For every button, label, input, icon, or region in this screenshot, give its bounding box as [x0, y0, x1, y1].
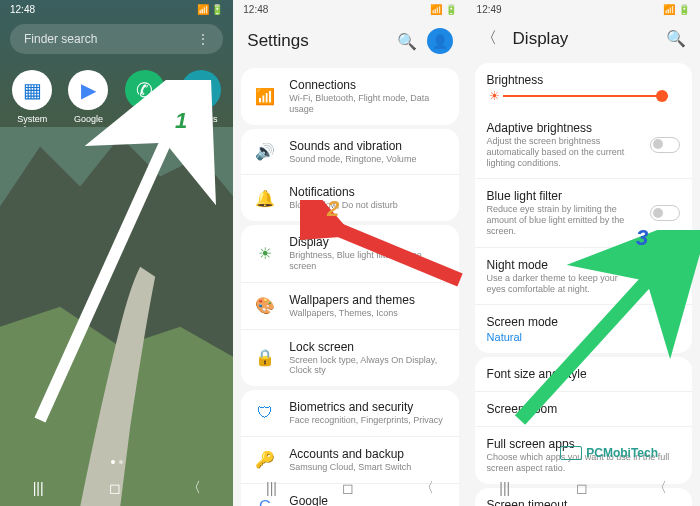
row-title: Blue light filter [487, 189, 638, 203]
display-row[interactable]: Adaptive brightnessAdjust the screen bri… [475, 111, 692, 179]
brightness-card: Brightness ☀ Adaptive brightnessAdjust t… [475, 63, 692, 353]
row-title: Wallpapers and themes [289, 293, 446, 307]
nav-bar: ||| ◻ 〈 [0, 470, 233, 506]
row-title: Adaptive brightness [487, 121, 638, 135]
phone-display: 12:49 📶 🔋 〈 Display 🔍 Brightness ☀ Adapt… [467, 0, 700, 506]
row-sub: Adjust the screen brightness automatical… [487, 136, 638, 168]
row-sub: Use a darker theme to keep your eyes com… [487, 273, 638, 295]
status-icons: 📶 🔋 [430, 4, 457, 15]
nav-home[interactable]: ◻ [576, 480, 588, 496]
phone-home: 12:48 📶 🔋 Finder search ⋮ ▦ System Apps … [0, 0, 233, 506]
row-title: Night mode [487, 258, 638, 272]
back-icon[interactable]: 〈 [481, 28, 497, 49]
nav-back[interactable]: 〈 [187, 479, 201, 497]
settings-header: Settings 🔍 👤 [233, 18, 466, 64]
brightness-row: Brightness ☀ [475, 63, 692, 111]
display-row[interactable]: Blue light filterReduce eye strain by li… [475, 179, 692, 247]
settings-row[interactable]: ☀DisplayBrightness, Blue light filter, H… [241, 225, 458, 283]
row-title: Biometrics and security [289, 400, 446, 414]
font-card: Font size and styleScreen zoomFull scree… [475, 357, 692, 484]
status-time: 12:48 [10, 4, 35, 15]
watermark-icon [560, 446, 582, 460]
status-time: 12:48 [243, 4, 268, 15]
wallpaper [0, 127, 233, 507]
row-icon: 🎨 [253, 294, 277, 318]
sun-icon: ☀ [489, 89, 500, 103]
marker-3: 3 [636, 225, 648, 251]
settings-group: 📶ConnectionsWi-Fi, Bluetooth, Flight mod… [241, 68, 458, 125]
display-row[interactable]: Font size and style [475, 357, 692, 392]
row-icon: 🔔 [253, 186, 277, 210]
row-icon: 🔒 [253, 346, 277, 370]
row-title: Accounts and backup [289, 447, 446, 461]
row-title: Display [289, 235, 446, 249]
settings-row[interactable]: 🎨Wallpapers and themesWallpapers, Themes… [241, 283, 458, 330]
status-bar: 12:49 📶 🔋 [467, 0, 700, 18]
nav-recents[interactable]: ||| [266, 480, 277, 496]
row-title: Sounds and vibration [289, 139, 446, 153]
settings-group: ☀DisplayBrightness, Blue light filter, H… [241, 225, 458, 386]
toggle[interactable] [650, 268, 680, 284]
nav-bar: ||| ◻ 〈 [467, 470, 700, 506]
row-title: Font size and style [487, 367, 680, 381]
display-row[interactable]: Night modeUse a darker theme to keep you… [475, 248, 692, 306]
row-icon: 🔑 [253, 448, 277, 472]
row-icon: ☀ [253, 241, 277, 265]
row-title: Connections [289, 78, 446, 92]
row-sub: Wallpapers, Themes, Icons [289, 308, 446, 319]
nav-back[interactable]: 〈 [653, 479, 667, 497]
row-title: Lock screen [289, 340, 446, 354]
row-sub: Face recognition, Fingerprints, Privacy [289, 415, 446, 426]
app-system-apps[interactable]: ▦ System Apps [8, 70, 56, 134]
app-google[interactable]: ▶ Google [64, 70, 112, 134]
slider-thumb[interactable] [656, 90, 668, 102]
more-icon[interactable]: ⋮ [197, 32, 209, 46]
nav-home[interactable]: ◻ [342, 480, 354, 496]
watermark: PCMobiTech [560, 446, 658, 460]
display-row[interactable]: Screen modeNatural [475, 305, 692, 353]
nav-recents[interactable]: ||| [33, 480, 44, 496]
row-icon: 📶 [253, 84, 277, 108]
row-sub: Screen lock type, Always On Display, Clo… [289, 355, 446, 377]
page-title: Display [513, 29, 656, 49]
toggle[interactable] [650, 205, 680, 221]
search-icon[interactable]: 🔍 [666, 29, 686, 48]
row-sub: Wi-Fi, Bluetooth, Flight mode, Data usag… [289, 93, 446, 115]
screen-mode-value: Natural [487, 331, 680, 343]
status-bar: 12:48 📶 🔋 [233, 0, 466, 18]
row-sub: Sound mode, Ringtone, Volume [289, 154, 446, 165]
row-sub: Block, Allow, Do not disturb [289, 200, 446, 211]
row-icon: 🔊 [253, 139, 277, 163]
row-title: Screen mode [487, 315, 680, 329]
marker-2: 2 [327, 196, 339, 222]
toggle[interactable] [650, 137, 680, 153]
page-title: Settings [247, 31, 386, 51]
settings-row[interactable]: 🛡Biometrics and securityFace recognition… [241, 390, 458, 437]
settings-row[interactable]: 🔒Lock screenScreen lock type, Always On … [241, 330, 458, 387]
nav-back[interactable]: 〈 [420, 479, 434, 497]
settings-row[interactable]: 📶ConnectionsWi-Fi, Bluetooth, Flight mod… [241, 68, 458, 125]
nav-home[interactable]: ◻ [109, 480, 121, 496]
brightness-slider[interactable]: ☀ [503, 95, 668, 97]
page-dots [0, 460, 233, 464]
status-icons: 📶 🔋 [197, 4, 224, 15]
settings-row[interactable]: 🔊Sounds and vibrationSound mode, Rington… [241, 129, 458, 176]
search-icon[interactable]: 🔍 [397, 32, 417, 51]
settings-group: 🔊Sounds and vibrationSound mode, Rington… [241, 129, 458, 222]
search-placeholder: Finder search [24, 32, 97, 46]
avatar[interactable]: 👤 [427, 28, 453, 54]
row-icon: 🛡 [253, 401, 277, 425]
display-row[interactable]: Screen zoom [475, 392, 692, 427]
status-bar: 12:48 📶 🔋 [0, 0, 233, 18]
display-header: 〈 Display 🔍 [467, 18, 700, 59]
nav-recents[interactable]: ||| [499, 480, 510, 496]
row-title: Notifications [289, 185, 446, 199]
brightness-label: Brightness [487, 73, 680, 87]
phone-settings: 12:48 📶 🔋 Settings 🔍 👤 📶ConnectionsWi-Fi… [233, 0, 466, 506]
nav-bar: ||| ◻ 〈 [233, 470, 466, 506]
app-phone[interactable]: ✆ Phone [121, 70, 169, 134]
marker-1: 1 [175, 108, 187, 134]
settings-row[interactable]: 🔔NotificationsBlock, Allow, Do not distu… [241, 175, 458, 221]
row-sub: Reduce eye strain by limiting the amount… [487, 204, 638, 236]
finder-search[interactable]: Finder search ⋮ [10, 24, 223, 54]
